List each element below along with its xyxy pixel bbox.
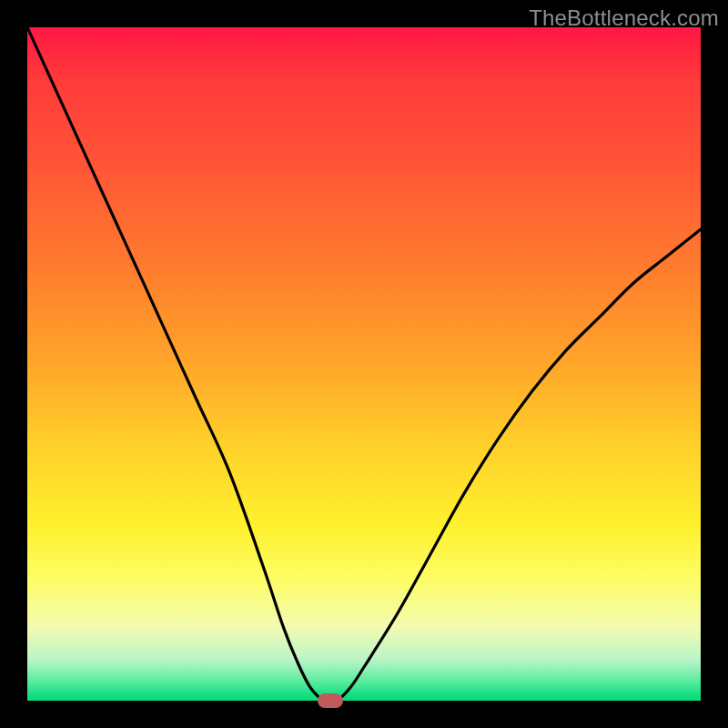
chart-container: TheBottleneck.com — [0, 0, 728, 728]
plot-area — [27, 27, 701, 701]
curve-svg — [27, 27, 701, 701]
bottleneck-curve-path — [27, 27, 701, 701]
optimal-marker — [318, 693, 343, 708]
